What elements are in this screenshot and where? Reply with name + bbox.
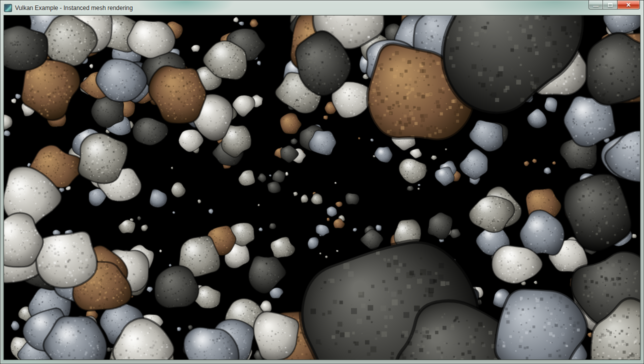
app-window: Vulkan Example - Instanced mesh renderin… bbox=[0, 0, 644, 364]
close-button[interactable]: ✕ bbox=[618, 0, 640, 10]
app-icon bbox=[4, 4, 12, 12]
maximize-icon bbox=[608, 3, 612, 7]
minimize-button[interactable]: — bbox=[588, 0, 603, 10]
close-icon: ✕ bbox=[626, 2, 631, 8]
minimize-icon: — bbox=[593, 4, 598, 9]
window-title: Vulkan Example - Instanced mesh renderin… bbox=[15, 4, 133, 12]
render-viewport[interactable] bbox=[4, 16, 640, 360]
maximize-button[interactable] bbox=[603, 0, 618, 10]
client-area bbox=[4, 15, 640, 360]
window-controls: — ✕ bbox=[588, 0, 640, 10]
titlebar[interactable]: Vulkan Example - Instanced mesh renderin… bbox=[0, 0, 644, 15]
